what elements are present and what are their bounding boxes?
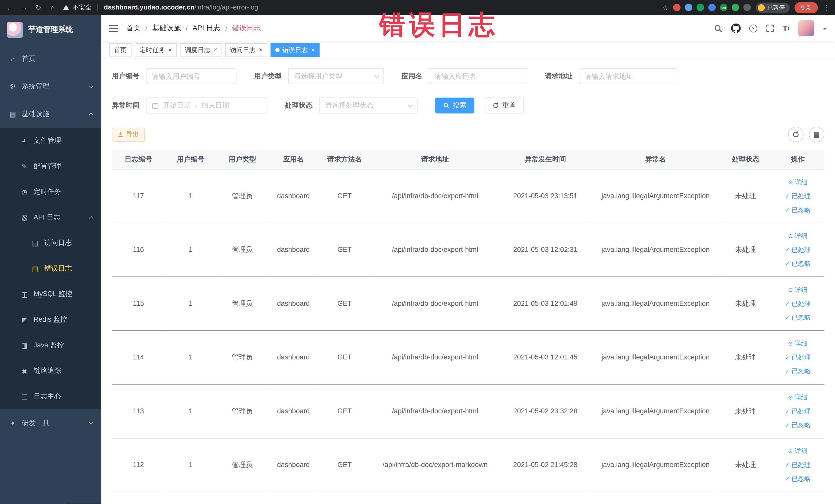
- close-icon[interactable]: ×: [213, 46, 218, 54]
- mark-processed-link[interactable]: ✓ 已处理: [773, 350, 822, 364]
- sidebar-item-system-mgmt[interactable]: ⚙系统管理: [0, 73, 101, 100]
- detail-link[interactable]: ⊙ 详细: [773, 444, 822, 458]
- tab-home[interactable]: 首页: [109, 43, 131, 57]
- sidebar-item-home[interactable]: ⌂首页: [0, 45, 101, 73]
- browser-menu-icon[interactable]: ⋮: [823, 3, 830, 11]
- mark-processed-link[interactable]: ✓ 已处理: [773, 458, 822, 472]
- sidebar-item-access-log[interactable]: ▤访问日志: [0, 230, 101, 256]
- mark-ignored-link[interactable]: ✓ 已忽略: [773, 418, 822, 432]
- paused-badge[interactable]: 已暂停: [756, 2, 790, 12]
- help-icon[interactable]: ?: [749, 24, 757, 32]
- check-icon: ✓: [785, 260, 790, 266]
- detail-link[interactable]: ⊙ 详细: [773, 175, 822, 189]
- browser-update-button[interactable]: 更新: [794, 2, 818, 13]
- cell-app-name: dashboard: [268, 438, 319, 492]
- column-settings-button[interactable]: ▦: [809, 127, 824, 142]
- breadcrumb-item[interactable]: 首页: [126, 23, 141, 33]
- url-bar[interactable]: dashboard.yudao.iocoder.cn/infra/log/api…: [104, 4, 258, 11]
- mark-processed-link[interactable]: ✓ 已处理: [773, 404, 822, 418]
- user-type-select[interactable]: 请选择用户类型: [288, 68, 384, 84]
- bookmark-star-icon[interactable]: ☆: [662, 3, 668, 11]
- detail-link[interactable]: ⊙ 详细: [773, 283, 822, 297]
- detail-link[interactable]: ⊙ 详细: [773, 229, 822, 243]
- edit-icon: ✎: [20, 162, 29, 170]
- extension-icon-blue-drop[interactable]: [685, 4, 692, 11]
- home-icon: ⌂: [8, 55, 17, 63]
- check-icon: ✓: [785, 476, 790, 482]
- sidebar-item-error-log[interactable]: ▤错误日志: [0, 256, 101, 281]
- avatar[interactable]: [798, 20, 814, 36]
- mark-ignored-link[interactable]: ✓ 已忽略: [773, 203, 822, 217]
- github-icon[interactable]: [731, 23, 740, 33]
- search-button[interactable]: 搜索: [435, 98, 475, 114]
- sidebar-item-file-mgmt[interactable]: ◰文件管理: [0, 128, 101, 154]
- sidebar-item-infrastructure[interactable]: ▤基础设施: [0, 100, 101, 128]
- tab-schedule-log[interactable]: 调度日志×: [180, 43, 222, 57]
- detail-link[interactable]: ⊙ 详细: [773, 336, 822, 350]
- mark-ignored-link[interactable]: ✓ 已忽略: [773, 310, 822, 324]
- close-icon[interactable]: ×: [168, 46, 172, 54]
- sidebar-item-api-log[interactable]: ▧API 日志: [0, 205, 101, 230]
- exception-time-range[interactable]: 开始日期 - 结束日期: [146, 98, 267, 114]
- url-path: /infra/log/api-error-log: [195, 4, 258, 11]
- cell-user-id: 1: [165, 330, 216, 384]
- mark-processed-link[interactable]: ✓ 已处理: [773, 243, 822, 257]
- sidebar-item-log-center[interactable]: ▥日志中心: [0, 384, 101, 409]
- refresh-table-button[interactable]: [788, 127, 803, 142]
- app-name-input[interactable]: [429, 68, 527, 84]
- cell-status: 未处理: [720, 169, 771, 223]
- search-icon[interactable]: [713, 24, 722, 33]
- sidebar-item-dev-tools[interactable]: ✦研发工具: [0, 409, 101, 437]
- user-id-input[interactable]: [146, 68, 237, 84]
- tab-error-log[interactable]: 错误日志×: [270, 43, 320, 57]
- close-icon[interactable]: ×: [311, 46, 315, 54]
- browser-refresh-icon[interactable]: ↻: [34, 3, 43, 11]
- reset-button[interactable]: 重置: [485, 98, 524, 114]
- check-icon: ✓: [785, 300, 790, 306]
- check-icon: ✓: [785, 193, 790, 199]
- clock-icon: ◷: [20, 188, 29, 196]
- chevron-down-icon: [408, 102, 412, 107]
- extension-icon-green-circle[interactable]: [697, 4, 704, 11]
- mark-ignored-link[interactable]: ✓ 已忽略: [773, 472, 822, 485]
- close-icon[interactable]: ×: [259, 46, 263, 54]
- font-size-icon[interactable]: TT: [782, 24, 790, 33]
- breadcrumb-item[interactable]: API 日志: [192, 23, 221, 33]
- hamburger-icon[interactable]: [109, 25, 118, 32]
- tab-scheduled-tasks[interactable]: 定时任务×: [135, 43, 177, 57]
- mark-ignored-link[interactable]: ✓ 已忽略: [773, 257, 822, 270]
- extension-icon-leaf[interactable]: [732, 4, 739, 11]
- detail-link[interactable]: ⊙ 详细: [773, 390, 822, 404]
- sidebar-item-java-monitor[interactable]: ◨Java 监控: [0, 332, 101, 358]
- eye-icon: ◉: [20, 367, 29, 375]
- cell-method: GET: [319, 169, 371, 223]
- extension-icon-red[interactable]: [673, 4, 680, 11]
- mark-processed-link[interactable]: ✓ 已处理: [773, 189, 822, 203]
- extension-icon-blue-grid[interactable]: [708, 4, 716, 11]
- tab-access-log[interactable]: 访问日志×: [225, 43, 267, 57]
- sidebar-item-mysql-monitor[interactable]: ◫MySQL 监控: [0, 281, 101, 307]
- app-title: 芋道管理系统: [28, 25, 73, 35]
- sidebar-item-trace[interactable]: ◉链路追踪: [0, 358, 101, 384]
- chevron-down-icon[interactable]: [823, 27, 827, 32]
- mark-ignored-link[interactable]: ✓ 已忽略: [773, 364, 822, 378]
- extension-icon-green-on[interactable]: on: [720, 4, 728, 11]
- export-button[interactable]: 导出: [112, 127, 145, 141]
- app-logo[interactable]: 芋道管理系统: [0, 15, 101, 45]
- fullscreen-icon[interactable]: [766, 24, 774, 32]
- process-status-select[interactable]: 请选择处理状态: [319, 98, 418, 114]
- browser-home-icon[interactable]: ⌂: [48, 3, 57, 11]
- request-url-input[interactable]: [579, 68, 677, 84]
- browser-back-icon[interactable]: ←: [5, 3, 14, 11]
- sidebar-item-scheduled-tasks[interactable]: ◷定时任务: [0, 179, 101, 205]
- browser-forward-icon[interactable]: →: [20, 3, 28, 11]
- mark-processed-link[interactable]: ✓ 已处理: [773, 297, 822, 310]
- sidebar-item-redis-monitor[interactable]: ◩Redis 监控: [0, 307, 101, 332]
- security-indicator[interactable]: 不安全: [63, 3, 91, 12]
- breadcrumb-item[interactable]: 基础设施: [152, 23, 181, 33]
- sidebar-item-config-mgmt[interactable]: ✎配置管理: [0, 153, 101, 179]
- active-dot: [276, 48, 280, 53]
- cell-user-type: 管理员: [216, 384, 268, 438]
- extension-icon-dark[interactable]: [744, 4, 751, 11]
- breadcrumb-item: 错误日志: [232, 23, 261, 33]
